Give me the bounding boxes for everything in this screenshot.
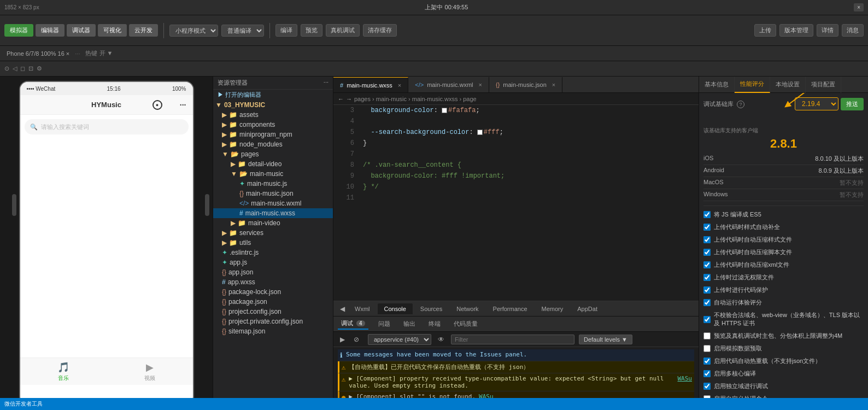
breadcrumb-back[interactable]: ←	[338, 96, 344, 102]
tree-main-video[interactable]: ▶ 📁 main-video	[213, 218, 333, 228]
tree-services[interactable]: ▶ 📁 services	[213, 228, 333, 238]
nav-record-btn[interactable]: ●	[153, 100, 162, 110]
editor-btn[interactable]: 编辑器	[36, 24, 64, 37]
tree-node-modules[interactable]: ▶ 📁 node_modules	[213, 139, 333, 149]
device-search-bar[interactable]: 🔍 请输入搜索关键词	[25, 119, 189, 134]
editor-tab-wxml[interactable]: </> main-music.wxml ×	[408, 77, 489, 92]
right-tab-basic[interactable]: 基本信息	[699, 77, 735, 93]
console-prev-btn[interactable]: ◀	[338, 304, 347, 314]
tab-close-json[interactable]: ×	[552, 81, 555, 88]
tree-detail-video[interactable]: ▶ 📁 detail-video	[213, 159, 333, 169]
compile-select[interactable]: 普通编译	[221, 25, 264, 37]
checkbox-preview-mock-input[interactable]	[703, 332, 711, 339]
tree-sitemap[interactable]: {} sitemap.json	[213, 326, 333, 336]
right-tab-project[interactable]: 项目配置	[806, 77, 841, 93]
checkbox-hot-reload-input[interactable]	[703, 358, 711, 365]
tree-app-json[interactable]: {} app.json	[213, 267, 333, 277]
tree-main-music[interactable]: ▼ 📂 main-music	[213, 169, 333, 179]
tab-video[interactable]: ▶ 视频	[107, 358, 193, 385]
checkbox-code-protection-input[interactable]	[703, 286, 711, 294]
device-icon-1[interactable]: ⊙	[4, 65, 9, 72]
window-close-btn[interactable]: ×	[854, 3, 864, 11]
tab-close-wxml[interactable]: ×	[479, 81, 482, 88]
tree-components[interactable]: ▶ 📁 components	[213, 120, 333, 130]
checkbox-auto-run-input[interactable]	[703, 299, 711, 306]
devtools-tab-wxml[interactable]: Wxml	[348, 303, 377, 314]
device-icon-2[interactable]: ◁	[13, 65, 17, 72]
mode-select[interactable]: 小程序模式	[169, 25, 218, 37]
tree-app-js[interactable]: ✦ app.js	[213, 257, 333, 267]
console-filter-input[interactable]	[451, 335, 574, 344]
devtools-tab-console[interactable]: Console	[378, 303, 413, 314]
checkbox-multi-core-input[interactable]	[703, 370, 711, 377]
checkbox-compress-style-input[interactable]	[703, 236, 711, 243]
right-tab-performance[interactable]: 性能评分	[735, 77, 770, 93]
preview-btn[interactable]: 预览	[301, 24, 322, 37]
tree-assets[interactable]: ▶ 📁 assets	[213, 110, 333, 120]
clean-btn[interactable]: 清存缓存	[363, 24, 397, 37]
tree-main-music-wxml[interactable]: </> main-music.wxml	[213, 198, 333, 208]
console-execute-btn[interactable]: ▶	[338, 335, 347, 344]
visualize-btn[interactable]: 可视化	[98, 24, 127, 37]
help-icon[interactable]: ?	[737, 101, 744, 108]
tree-main-music-wxss[interactable]: # main-music.wxss	[213, 208, 333, 218]
compile-btn[interactable]: 编译	[275, 24, 297, 37]
devtools-tab-memory[interactable]: Memory	[535, 303, 570, 314]
checkbox-compress-xml-input[interactable]	[703, 261, 711, 268]
console-tab-output[interactable]: 输出	[400, 319, 419, 329]
console-tab-terminal[interactable]: 终端	[425, 319, 444, 329]
devtools-tab-sources[interactable]: Sources	[414, 303, 449, 314]
upload-btn[interactable]: 上传	[754, 24, 776, 37]
notification-btn[interactable]: 消息	[842, 24, 864, 37]
tree-root[interactable]: ▼ 03_HYMUSIC	[213, 100, 333, 110]
device-icon-5[interactable]: ⚙	[37, 65, 42, 72]
tree-utils[interactable]: ▶ 📁 utils	[213, 238, 333, 248]
tree-eslint[interactable]: ✦ .eslintrc.js	[213, 248, 333, 257]
device-icon-4[interactable]: ⊡	[28, 65, 33, 72]
checkbox-es5-input[interactable]	[703, 211, 711, 218]
debug-btn[interactable]: 调试器	[67, 24, 96, 37]
tree-app-wxss[interactable]: # app.wxss	[213, 277, 333, 287]
editor-tab-wxss[interactable]: # main-music.wxss ×	[333, 77, 408, 92]
detail-btn[interactable]: 详情	[817, 24, 838, 37]
default-levels-label[interactable]: Default levels ▼	[579, 335, 632, 344]
tree-miniprogram-npm[interactable]: ▶ 📁 miniprogram_npm	[213, 130, 333, 139]
console-warn2-link[interactable]: WASu	[678, 375, 693, 382]
console-tab-debug[interactable]: 调试 4	[338, 318, 368, 330]
devtools-tab-appdata[interactable]: AppDat	[571, 303, 604, 314]
checkbox-filter-permission-input[interactable]	[703, 274, 711, 281]
right-tab-local[interactable]: 本地设置	[770, 77, 806, 93]
devtools-tab-network[interactable]: Network	[450, 303, 485, 314]
tab-close-wxss[interactable]: ×	[398, 82, 401, 89]
tree-main-music-js[interactable]: ✦ main-music.js	[213, 179, 333, 189]
tree-package-json[interactable]: {} package.json	[213, 297, 333, 307]
tree-package-lock[interactable]: {} package-lock.json	[213, 287, 333, 297]
checkbox-compress-script-input[interactable]	[703, 249, 711, 256]
checkbox-independent-debug-input[interactable]	[703, 383, 711, 390]
console-tab-codequality[interactable]: 代码质量	[450, 319, 481, 329]
tree-project-config[interactable]: {} project.config.json	[213, 307, 333, 317]
appservice-select[interactable]: appservice (#40)	[368, 334, 431, 345]
simulator-btn[interactable]: 模拟器	[4, 24, 33, 37]
code-area[interactable]: 3 background-color: #fafafa; 4 5 --searc…	[333, 105, 699, 301]
devtools-tab-performance[interactable]: Performance	[486, 303, 534, 314]
nav-more-btn[interactable]: ···	[180, 101, 186, 109]
console-tab-issues[interactable]: 问题	[375, 319, 394, 329]
checkbox-mock-data-input[interactable]	[703, 345, 711, 352]
breadcrumb-forward[interactable]: →	[346, 96, 352, 102]
send-button[interactable]: 推送	[841, 98, 864, 110]
cloud-btn[interactable]: 云开发	[129, 24, 158, 37]
checkbox-auto-style-input[interactable]	[703, 224, 711, 231]
tree-main-music-json[interactable]: {} main-music.json	[213, 189, 333, 198]
tree-project-private[interactable]: {} project.private.config.json	[213, 317, 333, 326]
device-icon-3[interactable]: ◻	[20, 65, 25, 72]
file-tree-more[interactable]: ···	[324, 79, 329, 87]
console-eye-btn[interactable]: 👁	[436, 335, 447, 344]
tree-pages[interactable]: ▼ 📂 pages	[213, 149, 333, 159]
tree-open-editor[interactable]: ▶ 打开的编辑器	[213, 90, 333, 100]
console-stop-btn[interactable]: ⊘	[351, 335, 361, 344]
version-btn[interactable]: 版本管理	[779, 24, 813, 37]
mock-btn[interactable]: 真机调试	[326, 24, 360, 37]
editor-tab-json[interactable]: {} main-music.json ×	[489, 77, 562, 92]
tab-music[interactable]: 🎵 音乐	[20, 358, 107, 385]
